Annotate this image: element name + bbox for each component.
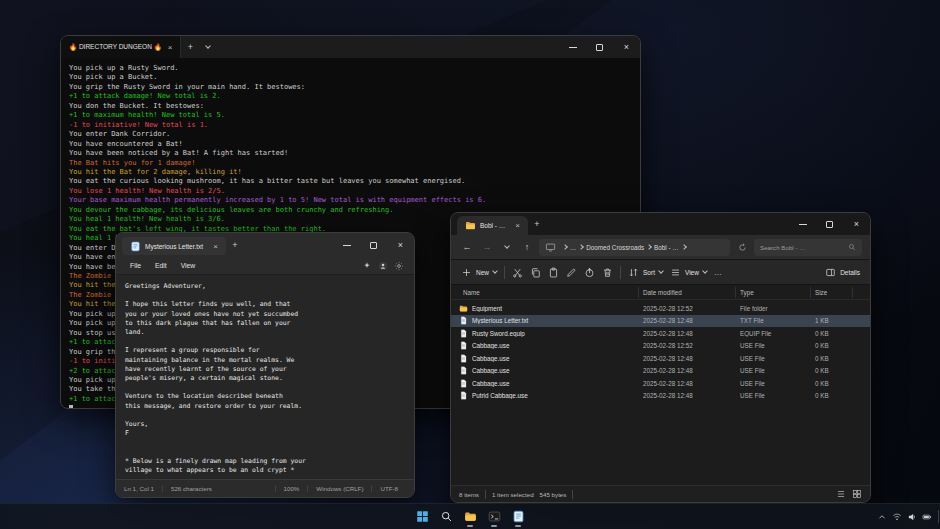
notepad-tab[interactable]: Mysterious Letter.txt × — [122, 237, 226, 255]
terminal-line: You grip the Rusty Sword in your main ha… — [69, 83, 632, 92]
terminal-titlebar: 🔥 DIRECTORY DUNGEON 🔥 × + × — [61, 36, 640, 58]
file-name: Cabbage.use — [472, 367, 639, 374]
terminal-tab[interactable]: 🔥 DIRECTORY DUNGEON 🔥 × — [61, 36, 181, 58]
taskbar — [0, 503, 940, 529]
running-indicator — [515, 525, 521, 527]
column-header-type[interactable]: Type — [736, 287, 811, 298]
maximize-button[interactable] — [586, 36, 613, 58]
breadcrumb-item[interactable]: Doomed Crossroads — [586, 244, 644, 251]
forward-button[interactable]: → — [479, 239, 495, 255]
maximize-button[interactable] — [360, 233, 387, 257]
back-button[interactable]: ← — [459, 239, 475, 255]
terminal-line: You have been noticed by a Bat! A fight … — [69, 149, 632, 158]
encoding[interactable]: UTF-8 — [371, 485, 406, 492]
new-tab-button[interactable]: + — [226, 233, 244, 257]
new-tab-button[interactable]: + — [181, 36, 199, 58]
search-icon — [848, 243, 856, 251]
maximize-button[interactable] — [816, 213, 843, 235]
sort-button[interactable]: Sort — [628, 267, 663, 278]
taskbar-icon-notepad[interactable] — [508, 507, 528, 527]
refresh-button[interactable] — [734, 239, 750, 255]
file-size: 0 KB — [811, 367, 853, 374]
taskbar-icon-file-explorer[interactable] — [460, 507, 480, 527]
file-row[interactable]: Putrid Cabbage.use2025-02-28 12:48USE Fi… — [451, 390, 870, 403]
new-button-label: New — [476, 269, 489, 276]
volume-icon[interactable] — [907, 512, 917, 522]
breadcrumb[interactable]: …Doomed CrossroadsBobl - … — [539, 239, 730, 256]
file-name: Equipment — [472, 305, 639, 312]
large-icons-view-toggle-icon[interactable] — [852, 489, 862, 499]
tab-close-icon[interactable]: × — [213, 242, 218, 251]
more-options-button[interactable]: … — [714, 268, 722, 277]
close-button[interactable]: × — [843, 213, 870, 235]
settings-gear-icon[interactable] — [392, 259, 406, 273]
file-icon — [459, 341, 472, 350]
copilot-icon[interactable] — [360, 259, 374, 273]
zoom-level[interactable]: 100% — [275, 485, 308, 492]
wifi-icon[interactable] — [892, 512, 902, 522]
notepad-window: Mysterious Letter.txt × + × File Edit Vi… — [115, 232, 415, 498]
column-header-size[interactable]: Size — [811, 287, 853, 298]
items-count: 8 items — [459, 491, 479, 498]
up-button[interactable]: ↑ — [519, 239, 535, 255]
explorer-tab[interactable]: Bobl - … × — [457, 216, 528, 235]
delete-icon[interactable] — [602, 267, 613, 278]
file-row[interactable]: Cabbage.use2025-02-28 12:52USE File0 KB — [451, 340, 870, 353]
cut-icon[interactable] — [512, 267, 523, 278]
paste-icon[interactable] — [548, 267, 559, 278]
terminal-line: You hit the Bat for 2 damage, killing it… — [69, 168, 632, 177]
sort-button-label: Sort — [643, 269, 655, 276]
taskbar-icon-terminal[interactable] — [484, 507, 504, 527]
file-row[interactable]: Equipment2025-02-28 12:52File folder — [451, 302, 870, 315]
taskbar-icon-start[interactable] — [412, 507, 432, 527]
menu-edit[interactable]: Edit — [149, 260, 173, 271]
breadcrumb-item[interactable]: … — [570, 244, 576, 251]
breadcrumb-chevron-icon — [646, 244, 652, 250]
minimize-button[interactable] — [559, 36, 586, 58]
taskbar-icon-search[interactable] — [436, 507, 456, 527]
notepad-editor[interactable]: Greetings Adventurer, I hope this letter… — [116, 275, 414, 481]
menu-file[interactable]: File — [124, 260, 147, 271]
breadcrumb-chevron-icon — [578, 244, 584, 250]
terminal-line: You pick up a Rusty Sword. — [69, 64, 632, 73]
search-placeholder: Search Bobl - … — [760, 244, 844, 251]
rename-icon[interactable] — [566, 267, 577, 278]
file-row[interactable]: Cabbage.use2025-02-28 12:48USE File0 KB — [451, 352, 870, 365]
breadcrumb-item[interactable]: Bobl - … — [654, 244, 679, 251]
close-button[interactable]: × — [387, 233, 414, 257]
column-header-date[interactable]: Date modified — [639, 287, 736, 298]
account-avatar[interactable] — [376, 259, 390, 273]
tab-close-icon[interactable]: × — [515, 221, 520, 230]
menu-view[interactable]: View — [175, 260, 202, 271]
breadcrumb-chevron-icon — [562, 244, 568, 250]
terminal-line: You pick up a Bucket. — [69, 73, 632, 82]
details-pane-button[interactable]: Details — [825, 267, 860, 278]
minimize-button[interactable] — [333, 233, 360, 257]
minimize-button[interactable] — [789, 213, 816, 235]
new-button[interactable]: New — [461, 267, 497, 278]
battery-icon[interactable] — [922, 512, 932, 522]
copy-icon[interactable] — [530, 267, 541, 278]
share-icon[interactable] — [584, 267, 595, 278]
file-row[interactable]: Rusty Sword.equip2025-02-28 12:48EQUIP F… — [451, 327, 870, 340]
chevron-up-icon[interactable] — [877, 512, 887, 522]
column-header-name[interactable]: Name — [459, 287, 639, 298]
recent-locations-chevron-icon[interactable] — [499, 239, 515, 255]
tab-list-chevron-icon[interactable] — [199, 36, 217, 58]
selection-size: 545 bytes — [540, 491, 567, 498]
close-button[interactable]: × — [613, 36, 640, 58]
line-ending[interactable]: Windows (CRLF) — [307, 485, 371, 492]
new-tab-button[interactable]: + — [528, 213, 546, 235]
file-row[interactable]: Cabbage.use2025-02-28 12:48USE File0 KB — [451, 377, 870, 390]
file-row[interactable]: Cabbage.use2025-02-28 12:48USE File0 KB — [451, 365, 870, 378]
tab-close-icon[interactable]: × — [168, 43, 173, 52]
view-button[interactable]: View — [670, 267, 707, 278]
search-input[interactable]: Search Bobl - … — [754, 239, 862, 256]
file-size: 0 KB — [811, 380, 853, 387]
file-icon — [459, 354, 472, 363]
folder-icon — [459, 304, 472, 313]
file-row[interactable]: Mysterious Letter.txt2025-02-28 12:48TXT… — [451, 315, 870, 328]
terminal-line: You eat the curious looking mushroom, it… — [69, 177, 632, 186]
file-name: Cabbage.use — [472, 342, 639, 349]
details-view-toggle-icon[interactable] — [836, 489, 846, 499]
